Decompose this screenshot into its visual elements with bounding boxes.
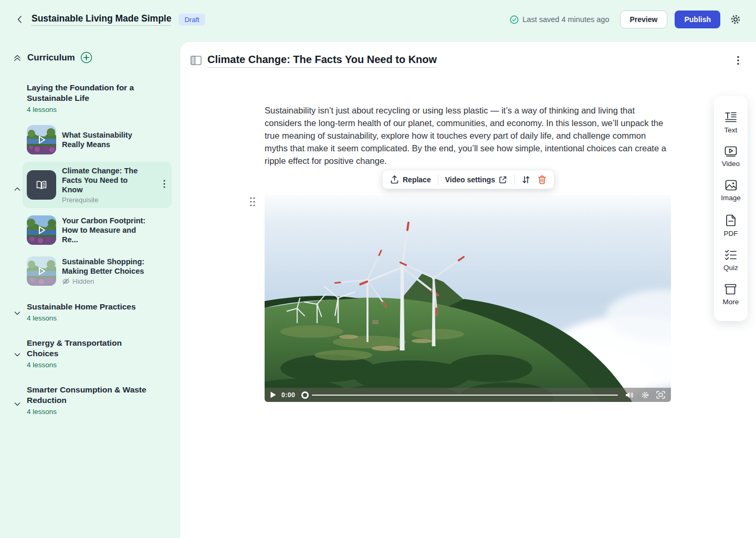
section-lesson-count: 4 lessons	[27, 314, 136, 322]
tool-label: PDF	[724, 230, 738, 237]
toolbar-divider	[514, 174, 514, 185]
settings-button[interactable]	[728, 12, 743, 27]
video-thumbnail	[27, 125, 56, 154]
video-frame-wind-turbines	[265, 195, 671, 402]
eye-off-icon	[62, 278, 70, 285]
section-collapse-button[interactable]	[13, 82, 22, 293]
top-bar: Sustainable Living Made Simple Draft Las…	[0, 0, 756, 39]
curriculum-header: Curriculum	[13, 51, 172, 64]
seek-bar[interactable]	[312, 395, 618, 396]
video-block-toolbar: Replace Video settings	[382, 170, 554, 189]
quiz-checklist-icon	[724, 250, 737, 261]
double-chevron-up-icon	[13, 53, 22, 63]
add-video-block[interactable]: Video	[722, 146, 740, 168]
add-quiz-block[interactable]: Quiz	[723, 250, 738, 272]
lesson-hidden-status: Hidden	[62, 277, 150, 285]
chevron-down-icon	[13, 350, 22, 359]
reading-lesson-tile	[27, 170, 56, 200]
chevron-down-icon	[13, 400, 22, 408]
open-book-icon	[35, 178, 48, 192]
last-saved-status: Last saved 4 minutes ago	[510, 15, 609, 24]
lesson-subtitle: Prerequisite	[62, 196, 150, 204]
play-icon	[35, 265, 48, 277]
section-title[interactable]: Sustainable Home Practices	[27, 302, 136, 312]
move-block-button[interactable]	[521, 175, 531, 184]
section-expand-button[interactable]	[13, 385, 22, 416]
preview-button[interactable]: Preview	[620, 11, 668, 28]
video-thumbnail	[27, 215, 56, 245]
course-builder-app: Sustainable Living Made Simple Draft Las…	[0, 0, 756, 538]
volume-icon	[625, 391, 634, 399]
lesson-title: Climate Change: The Facts You Need to Kn…	[62, 166, 150, 194]
lesson-options-button[interactable]	[734, 54, 742, 69]
add-image-block[interactable]: Image	[721, 180, 741, 202]
section-expand-button[interactable]	[13, 302, 22, 322]
lesson-title-heading[interactable]: Climate Change: The Facts You Need to Kn…	[207, 54, 437, 68]
fullscreen-button[interactable]	[656, 391, 665, 399]
play-icon	[35, 133, 48, 146]
image-icon	[725, 180, 737, 191]
pdf-icon	[726, 214, 736, 226]
publish-button[interactable]: Publish	[675, 11, 720, 28]
gear-icon	[641, 391, 649, 399]
tool-label: Video	[722, 160, 740, 168]
lesson-subtitle: Hidden	[72, 277, 94, 285]
section-lesson-count: 4 lessons	[27, 106, 172, 113]
block-drag-handle[interactable]	[249, 196, 256, 209]
video-icon	[724, 146, 737, 157]
lesson-menu-button[interactable]	[161, 178, 167, 192]
external-link-icon	[499, 175, 507, 184]
last-saved-text: Last saved 4 minutes ago	[522, 15, 609, 24]
lesson-title: What Sustainability Really Means	[62, 130, 150, 149]
add-text-block[interactable]: Text	[724, 111, 738, 134]
delete-block-button[interactable]	[538, 175, 547, 184]
trash-icon	[538, 175, 547, 184]
section-expand-button[interactable]	[13, 338, 22, 369]
play-button[interactable]	[270, 391, 276, 398]
volume-button[interactable]	[625, 391, 634, 399]
chevron-left-icon	[15, 15, 25, 24]
section-title[interactable]: Smarter Consumption & Waste Reduction	[27, 385, 148, 406]
curriculum-section: Sustainable Home Practices 4 lessons	[13, 302, 172, 322]
tool-label: More	[723, 298, 739, 306]
lesson-editor: Climate Change: The Facts You Need to Kn…	[180, 42, 756, 538]
text-icon	[724, 111, 737, 123]
course-title[interactable]: Sustainable Living Made Simple	[32, 13, 171, 26]
add-section-button[interactable]	[80, 51, 92, 64]
replace-label: Replace	[403, 175, 431, 184]
video-thumbnail	[27, 256, 56, 286]
play-icon	[35, 224, 48, 236]
lesson-item-selected[interactable]: Climate Change: The Facts You Need to Kn…	[23, 162, 172, 208]
lesson-item[interactable]: What Sustainability Really Means	[23, 121, 172, 159]
collapse-all-button[interactable]	[13, 53, 22, 63]
player-settings-button[interactable]	[641, 391, 649, 399]
kebab-menu-icon	[737, 56, 739, 65]
more-blocks-button[interactable]: More	[723, 284, 739, 306]
more-archive-icon	[724, 284, 737, 295]
video-player[interactable]: 0:00	[265, 195, 671, 402]
lesson-title: Your Carbon Footprint: How to Measure an…	[62, 216, 150, 244]
section-title[interactable]: Laying the Foundation for a Sustainable …	[27, 82, 148, 104]
kebab-menu-icon	[163, 180, 165, 188]
toggle-sidebar-button[interactable]	[191, 54, 202, 65]
curriculum-title: Curriculum	[27, 53, 75, 63]
video-settings-button[interactable]: Video settings	[445, 175, 507, 184]
add-pdf-block[interactable]: PDF	[724, 214, 738, 237]
sort-arrows-icon	[521, 175, 531, 184]
lesson-list: What Sustainability Really Means Climate…	[27, 121, 172, 290]
drag-dots-icon	[249, 196, 256, 207]
tool-label: Quiz	[723, 264, 738, 272]
lesson-item[interactable]: Your Carbon Footprint: How to Measure an…	[23, 211, 172, 249]
section-lesson-count: 4 lessons	[27, 361, 148, 369]
tool-label: Text	[724, 126, 738, 134]
lesson-body-text[interactable]: Sustainability isn’t just about recyclin…	[265, 104, 671, 167]
tool-label: Image	[721, 194, 741, 202]
section-title[interactable]: Energy & Transportation Choices	[27, 338, 148, 359]
player-right-controls	[625, 391, 665, 399]
lesson-item-hidden[interactable]: Sustainable Shopping: Making Better Choi…	[23, 252, 172, 290]
video-settings-label: Video settings	[445, 175, 495, 184]
lesson-title: Sustainable Shopping: Making Better Choi…	[62, 257, 150, 276]
seek-handle[interactable]	[301, 391, 309, 399]
replace-video-button[interactable]: Replace	[390, 175, 431, 184]
back-button[interactable]	[13, 12, 27, 27]
